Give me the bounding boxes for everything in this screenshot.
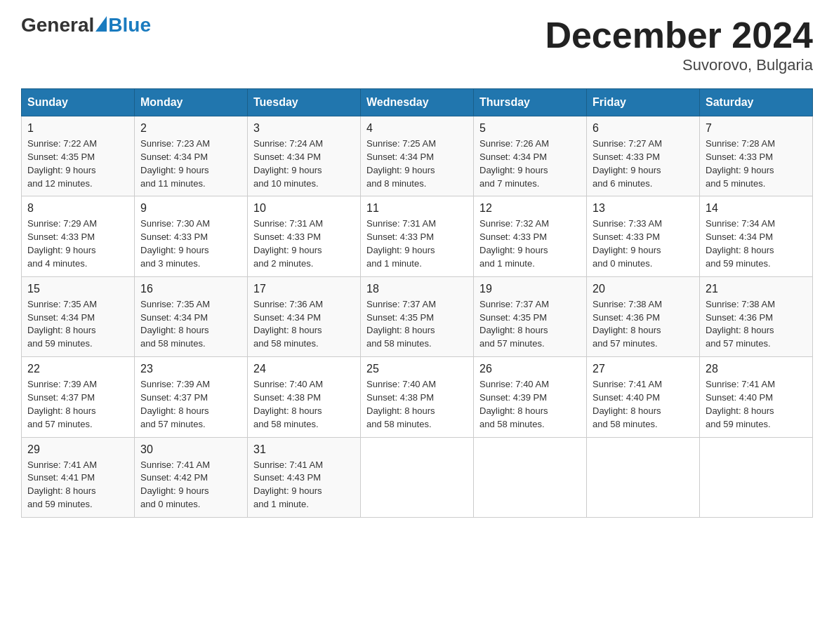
day-number: 16 xyxy=(140,283,241,295)
week-row-3: 15Sunrise: 7:35 AM Sunset: 4:34 PM Dayli… xyxy=(22,276,813,356)
day-info: Sunrise: 7:38 AM Sunset: 4:36 PM Dayligh… xyxy=(593,298,694,351)
day-number: 3 xyxy=(253,122,355,135)
calendar-body: 1Sunrise: 7:22 AM Sunset: 4:35 PM Daylig… xyxy=(22,116,813,518)
day-cell: 2Sunrise: 7:23 AM Sunset: 4:34 PM Daylig… xyxy=(135,116,248,196)
day-info: Sunrise: 7:39 AM Sunset: 4:37 PM Dayligh… xyxy=(140,378,241,431)
header-cell-tuesday: Tuesday xyxy=(248,89,361,116)
day-cell: 12Sunrise: 7:32 AM Sunset: 4:33 PM Dayli… xyxy=(474,196,587,276)
day-info: Sunrise: 7:28 AM Sunset: 4:33 PM Dayligh… xyxy=(706,137,807,190)
week-row-4: 22Sunrise: 7:39 AM Sunset: 4:37 PM Dayli… xyxy=(22,357,813,437)
day-cell: 14Sunrise: 7:34 AM Sunset: 4:34 PM Dayli… xyxy=(700,196,813,276)
day-info: Sunrise: 7:41 AM Sunset: 4:40 PM Dayligh… xyxy=(706,378,807,431)
day-number: 17 xyxy=(253,283,355,295)
day-info: Sunrise: 7:39 AM Sunset: 4:37 PM Dayligh… xyxy=(27,378,128,431)
day-number: 6 xyxy=(593,122,694,135)
day-cell: 19Sunrise: 7:37 AM Sunset: 4:35 PM Dayli… xyxy=(474,276,587,356)
day-number: 9 xyxy=(140,202,241,215)
day-number: 11 xyxy=(366,202,468,215)
day-cell: 16Sunrise: 7:35 AM Sunset: 4:34 PM Dayli… xyxy=(135,276,248,356)
day-cell: 31Sunrise: 7:41 AM Sunset: 4:43 PM Dayli… xyxy=(248,437,361,517)
day-info: Sunrise: 7:30 AM Sunset: 4:33 PM Dayligh… xyxy=(140,217,241,270)
day-info: Sunrise: 7:35 AM Sunset: 4:34 PM Dayligh… xyxy=(140,298,241,351)
day-cell: 23Sunrise: 7:39 AM Sunset: 4:37 PM Dayli… xyxy=(135,357,248,437)
header-cell-friday: Friday xyxy=(587,89,700,116)
day-info: Sunrise: 7:31 AM Sunset: 4:33 PM Dayligh… xyxy=(253,217,355,270)
day-number: 10 xyxy=(253,202,355,215)
day-number: 30 xyxy=(140,443,241,456)
day-info: Sunrise: 7:22 AM Sunset: 4:35 PM Dayligh… xyxy=(27,137,128,190)
day-info: Sunrise: 7:40 AM Sunset: 4:39 PM Dayligh… xyxy=(479,378,581,431)
day-number: 14 xyxy=(706,202,807,215)
day-number: 4 xyxy=(366,122,468,135)
logo-general-text: General xyxy=(21,14,94,36)
day-cell xyxy=(474,437,587,517)
day-cell: 15Sunrise: 7:35 AM Sunset: 4:34 PM Dayli… xyxy=(22,276,135,356)
day-number: 2 xyxy=(140,122,241,135)
day-number: 20 xyxy=(593,283,694,295)
day-info: Sunrise: 7:29 AM Sunset: 4:33 PM Dayligh… xyxy=(27,217,128,270)
day-info: Sunrise: 7:25 AM Sunset: 4:34 PM Dayligh… xyxy=(366,137,468,190)
day-number: 29 xyxy=(27,443,128,456)
day-number: 13 xyxy=(593,202,694,215)
calendar-subtitle: Suvorovo, Bulgaria xyxy=(545,56,813,74)
day-cell: 21Sunrise: 7:38 AM Sunset: 4:36 PM Dayli… xyxy=(700,276,813,356)
day-number: 22 xyxy=(27,363,128,375)
header-cell-thursday: Thursday xyxy=(474,89,587,116)
day-number: 28 xyxy=(706,363,807,375)
week-row-2: 8Sunrise: 7:29 AM Sunset: 4:33 PM Daylig… xyxy=(22,196,813,276)
day-cell: 29Sunrise: 7:41 AM Sunset: 4:41 PM Dayli… xyxy=(22,437,135,517)
day-info: Sunrise: 7:32 AM Sunset: 4:33 PM Dayligh… xyxy=(479,217,581,270)
week-row-5: 29Sunrise: 7:41 AM Sunset: 4:41 PM Dayli… xyxy=(22,437,813,517)
day-cell: 13Sunrise: 7:33 AM Sunset: 4:33 PM Dayli… xyxy=(587,196,700,276)
day-cell: 4Sunrise: 7:25 AM Sunset: 4:34 PM Daylig… xyxy=(361,116,474,196)
day-number: 8 xyxy=(27,202,128,215)
day-number: 26 xyxy=(479,363,581,375)
logo: General Blue xyxy=(21,14,151,36)
title-block: December 2024 Suvorovo, Bulgaria xyxy=(545,14,813,74)
day-cell: 6Sunrise: 7:27 AM Sunset: 4:33 PM Daylig… xyxy=(587,116,700,196)
day-info: Sunrise: 7:24 AM Sunset: 4:34 PM Dayligh… xyxy=(253,137,355,190)
logo-blue-part: Blue xyxy=(94,14,151,36)
day-number: 7 xyxy=(706,122,807,135)
day-info: Sunrise: 7:34 AM Sunset: 4:34 PM Dayligh… xyxy=(706,217,807,270)
day-cell: 7Sunrise: 7:28 AM Sunset: 4:33 PM Daylig… xyxy=(700,116,813,196)
day-cell: 11Sunrise: 7:31 AM Sunset: 4:33 PM Dayli… xyxy=(361,196,474,276)
day-info: Sunrise: 7:40 AM Sunset: 4:38 PM Dayligh… xyxy=(366,378,468,431)
day-cell: 22Sunrise: 7:39 AM Sunset: 4:37 PM Dayli… xyxy=(22,357,135,437)
header-cell-monday: Monday xyxy=(135,89,248,116)
day-cell: 26Sunrise: 7:40 AM Sunset: 4:39 PM Dayli… xyxy=(474,357,587,437)
header-cell-saturday: Saturday xyxy=(700,89,813,116)
calendar-title: December 2024 xyxy=(545,14,813,56)
day-cell: 8Sunrise: 7:29 AM Sunset: 4:33 PM Daylig… xyxy=(22,196,135,276)
week-row-1: 1Sunrise: 7:22 AM Sunset: 4:35 PM Daylig… xyxy=(22,116,813,196)
day-info: Sunrise: 7:27 AM Sunset: 4:33 PM Dayligh… xyxy=(593,137,694,190)
day-cell: 17Sunrise: 7:36 AM Sunset: 4:34 PM Dayli… xyxy=(248,276,361,356)
day-cell: 27Sunrise: 7:41 AM Sunset: 4:40 PM Dayli… xyxy=(587,357,700,437)
day-number: 24 xyxy=(253,363,355,375)
day-cell: 9Sunrise: 7:30 AM Sunset: 4:33 PM Daylig… xyxy=(135,196,248,276)
calendar-header: SundayMondayTuesdayWednesdayThursdayFrid… xyxy=(22,89,813,116)
day-info: Sunrise: 7:37 AM Sunset: 4:35 PM Dayligh… xyxy=(479,298,581,351)
header-row: SundayMondayTuesdayWednesdayThursdayFrid… xyxy=(22,89,813,116)
day-number: 31 xyxy=(253,443,355,456)
logo-blue-text: Blue xyxy=(108,14,151,36)
day-cell: 20Sunrise: 7:38 AM Sunset: 4:36 PM Dayli… xyxy=(587,276,700,356)
day-cell: 25Sunrise: 7:40 AM Sunset: 4:38 PM Dayli… xyxy=(361,357,474,437)
day-cell: 10Sunrise: 7:31 AM Sunset: 4:33 PM Dayli… xyxy=(248,196,361,276)
day-cell xyxy=(361,437,474,517)
day-number: 12 xyxy=(479,202,581,215)
day-cell: 1Sunrise: 7:22 AM Sunset: 4:35 PM Daylig… xyxy=(22,116,135,196)
day-info: Sunrise: 7:36 AM Sunset: 4:34 PM Dayligh… xyxy=(253,298,355,351)
day-number: 21 xyxy=(706,283,807,295)
day-info: Sunrise: 7:40 AM Sunset: 4:38 PM Dayligh… xyxy=(253,378,355,431)
day-cell xyxy=(587,437,700,517)
day-info: Sunrise: 7:38 AM Sunset: 4:36 PM Dayligh… xyxy=(706,298,807,351)
calendar-table: SundayMondayTuesdayWednesdayThursdayFrid… xyxy=(21,88,813,518)
day-info: Sunrise: 7:41 AM Sunset: 4:43 PM Dayligh… xyxy=(253,459,355,511)
day-number: 1 xyxy=(27,122,128,135)
day-info: Sunrise: 7:37 AM Sunset: 4:35 PM Dayligh… xyxy=(366,298,468,351)
day-info: Sunrise: 7:41 AM Sunset: 4:42 PM Dayligh… xyxy=(140,459,241,511)
day-number: 27 xyxy=(593,363,694,375)
day-number: 15 xyxy=(27,283,128,295)
day-number: 23 xyxy=(140,363,241,375)
